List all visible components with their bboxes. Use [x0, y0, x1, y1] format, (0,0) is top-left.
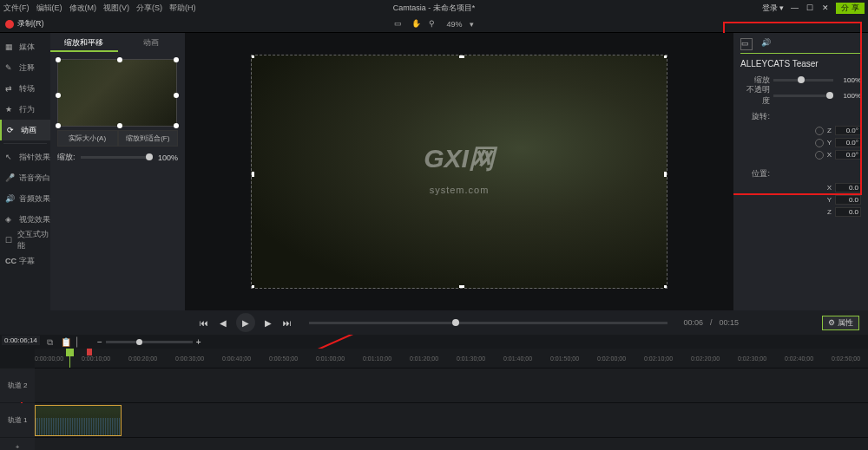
sidebar-item-audio[interactable]: 🔊音频效果: [0, 188, 50, 209]
prev-frame-button[interactable]: ⏮: [198, 316, 210, 329]
watermark: GXI网 system.com: [424, 146, 495, 198]
copy-icon[interactable]: ⧉: [47, 337, 56, 346]
zoom-dropdown-icon[interactable]: ▾: [470, 20, 474, 29]
seek-slider[interactable]: [309, 322, 667, 324]
ruler-tick: 0:00:20;00: [128, 355, 157, 362]
opacity-prop-slider[interactable]: [773, 95, 833, 97]
mic-icon: 🎤: [5, 173, 15, 183]
rot-z-icon[interactable]: [815, 127, 824, 135]
sidebar-item-captions[interactable]: CC字幕: [0, 251, 50, 271]
sidebar-label: 视觉效果: [19, 214, 50, 225]
axis-x: X: [827, 184, 832, 192]
magnify-icon[interactable]: ⚲: [429, 19, 439, 29]
annotation-icon: ✎: [5, 63, 15, 73]
timeline-ruler[interactable]: 0:00:06;14 0:00:00;000:00:10;000:00:20;0…: [35, 349, 868, 368]
sidebar-item-visual[interactable]: ◈视觉效果: [0, 209, 50, 230]
sidebar-item-annotations[interactable]: ✎注释: [0, 57, 50, 78]
sidebar-label: 动画: [21, 125, 36, 136]
tab-animation[interactable]: 动画: [118, 33, 186, 52]
record-label[interactable]: 录制(R): [17, 18, 44, 29]
behavior-icon: ★: [5, 105, 15, 114]
sidebar-item-voice[interactable]: 🎤语音旁白: [0, 167, 50, 188]
audio-props-tab-icon[interactable]: 🔊: [761, 38, 773, 50]
timeline: ↶ ↷ ✂ ⧉ 📋 ⎮ − + 0:00:06;14 0:00:00;000:0…: [0, 335, 868, 450]
track-1[interactable]: 轨道 1: [35, 402, 868, 437]
step-fwd-button[interactable]: ▶: [262, 316, 274, 329]
crop-icon[interactable]: ▭: [394, 19, 404, 29]
scale-prop-slider[interactable]: [773, 79, 833, 82]
zoom-value[interactable]: 49%: [446, 20, 462, 29]
rot-y-icon[interactable]: [815, 139, 824, 147]
minimize-button[interactable]: —: [789, 3, 799, 12]
preview-frame[interactable]: GXI网 system.com: [251, 55, 667, 289]
actual-size-button[interactable]: 实际大小(A): [57, 130, 118, 147]
ruler-tick: 0:00:00;00: [35, 355, 63, 362]
add-track-button[interactable]: +: [0, 438, 35, 450]
timeline-toolbar: ↶ ↷ ✂ ⧉ 📋 ⎮ − +: [0, 335, 868, 349]
pos-x-input[interactable]: 0.0: [835, 183, 861, 192]
zoom-pan-thumbnail[interactable]: [57, 59, 177, 127]
tab-zoom-pan[interactable]: 缩放和平移: [50, 33, 118, 52]
axis-z: Z: [827, 208, 832, 216]
timeline-zoom-slider[interactable]: [106, 341, 193, 343]
scale-value: 100%: [158, 153, 178, 162]
ruler-tick: 0:02:00;00: [597, 355, 626, 362]
sidebar-item-behaviors[interactable]: ★行为: [0, 99, 50, 120]
step-back-button[interactable]: ◀: [217, 316, 229, 329]
time-total: 00:15: [719, 318, 739, 327]
transition-icon: ⇄: [5, 84, 15, 94]
sidebar-item-cursor[interactable]: ↖指针效果: [0, 147, 50, 167]
track-2-header[interactable]: 轨道 2: [0, 368, 35, 402]
zoom-in-icon[interactable]: +: [196, 337, 201, 347]
share-button[interactable]: 分 享: [836, 3, 865, 14]
paste-icon[interactable]: 📋: [61, 337, 69, 346]
track-2[interactable]: 轨道 2: [35, 368, 868, 402]
next-frame-button[interactable]: ⏭: [281, 316, 293, 329]
rot-z-input[interactable]: 0.0°: [835, 126, 861, 135]
rotation-label: 旋转:: [740, 111, 770, 122]
properties-toggle-button[interactable]: ⚙属性: [822, 316, 859, 330]
sidebar-item-transitions[interactable]: ⇄转场: [0, 78, 50, 99]
close-button[interactable]: ✕: [820, 3, 831, 12]
menu-view[interactable]: 视图(V): [103, 3, 129, 14]
sidebar: ▦媒体 ✎注释 ⇄转场 ★行为 ⟳动画 ↖指针效果 🎤语音旁白 🔊音频效果 ◈视…: [0, 33, 50, 310]
axis-x: X: [827, 151, 832, 159]
track-empty[interactable]: +: [35, 437, 868, 450]
menu-share[interactable]: 分享(S): [136, 3, 162, 14]
timeline-clip[interactable]: [35, 405, 122, 436]
time-current: 00:06: [683, 318, 703, 327]
zoom-out-icon[interactable]: −: [97, 337, 102, 347]
play-button[interactable]: ▶: [236, 313, 255, 332]
sidebar-label: 语音旁白: [19, 173, 50, 184]
scale-slider[interactable]: [81, 156, 153, 159]
rot-x-icon[interactable]: [815, 151, 824, 160]
track-1-header[interactable]: 轨道 1: [0, 403, 35, 437]
login-dropdown[interactable]: 登录 ▾: [762, 3, 785, 14]
clip-title: ALLEYCATS Teaser: [740, 59, 861, 68]
menu-modify[interactable]: 修改(M): [69, 3, 97, 14]
ruler-tick: 0:00:50;00: [269, 355, 298, 362]
rot-y-input[interactable]: 0.0°: [835, 138, 861, 147]
pos-z-input[interactable]: 0.0: [835, 207, 861, 217]
visual-props-tab-icon[interactable]: ▭: [740, 38, 753, 50]
split-icon[interactable]: ⎮: [75, 337, 83, 346]
sidebar-item-interactive[interactable]: ☐交互式功能: [0, 230, 50, 251]
divider: [3, 143, 47, 144]
pos-y-input[interactable]: 0.0: [835, 195, 861, 205]
menu-edit[interactable]: 编辑(E): [36, 3, 62, 14]
sidebar-label: 行为: [19, 104, 35, 115]
maximize-button[interactable]: ☐: [805, 3, 815, 12]
sidebar-item-animations[interactable]: ⟳动画: [0, 120, 50, 140]
record-icon[interactable]: [5, 20, 14, 29]
hand-icon[interactable]: ✋: [411, 19, 422, 29]
toolbar: 录制(R) ▭ ✋ ⚲ 49% ▾: [0, 16, 868, 33]
rot-x-input[interactable]: 0.0°: [835, 150, 861, 160]
sidebar-item-media[interactable]: ▦媒体: [0, 36, 50, 57]
menu-help[interactable]: 帮助(H): [169, 3, 196, 14]
timeline-marker[interactable]: [87, 349, 92, 355]
scale-to-fit-button[interactable]: 缩放到适合(F): [118, 130, 179, 147]
sidebar-label: 注释: [19, 62, 35, 74]
ruler-tick: 0:02:50;00: [832, 355, 860, 362]
ruler-tick: 0:01:00;00: [316, 355, 345, 362]
menu-file[interactable]: 文件(F): [3, 3, 30, 14]
